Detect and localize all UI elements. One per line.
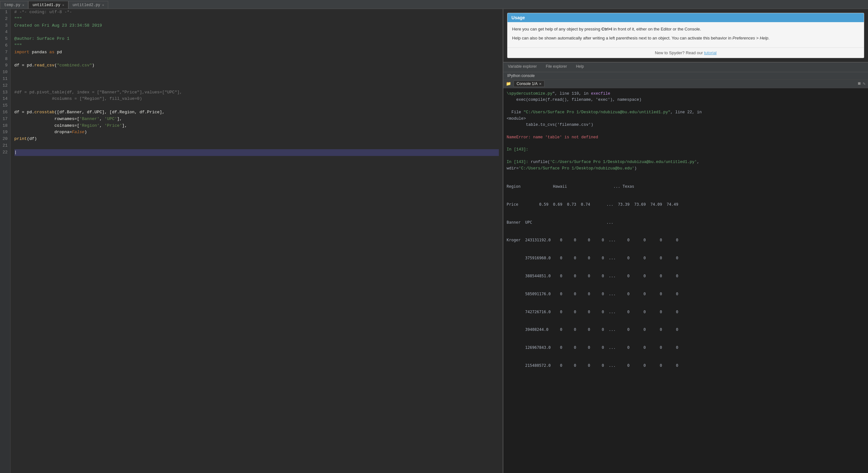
- table-row-kroger-8: 215480572.0 0 0 0 0 ... 0 0 0 0: [506, 362, 865, 369]
- usage-footer: New to Spyder? Read our tutorial: [507, 48, 864, 58]
- usage-para2: Help can also be shown automatically aft…: [512, 35, 859, 41]
- usage-title: Usage: [512, 15, 525, 20]
- code-line-19: dropna=False): [14, 129, 499, 136]
- code-line-10: [14, 69, 499, 76]
- code-line-2: """: [14, 16, 499, 23]
- tab-untitled1-py[interactable]: untitled1.py ✕: [28, 1, 68, 9]
- console-output[interactable]: \spydercustomize.py", line 110, in execf…: [503, 88, 868, 473]
- table-row-kroger-5: 742726716.0 0 0 0 0 ... 0 0 0 0: [506, 309, 865, 315]
- code-line-4: [14, 29, 499, 36]
- console-wdir-line: wdir='C:/Users/Surface Pro 1/Desktop/ndu…: [506, 165, 865, 172]
- console-stop-icon[interactable]: ■: [858, 81, 861, 87]
- console-line-6: table.to_cvs('filename.csv'): [506, 122, 865, 128]
- tab-temp-py[interactable]: temp.py ✕: [0, 1, 28, 9]
- console-error-line: NameError: name 'table' is not defined: [506, 134, 865, 140]
- console-line-9: [506, 153, 865, 159]
- table-row-kroger-1: Kroger 243131192.0 0 0 0 0 ... 0 0 0 0: [506, 237, 865, 243]
- code-line-13: #df = pd.pivot_table(df, index = ["Banne…: [14, 89, 499, 96]
- tab-label: untitled1.py: [32, 3, 60, 7]
- table-row-kroger-6: 39408244.0 0 0 0 0 ... 0 0 0 0: [506, 327, 865, 333]
- tutorial-link[interactable]: tutorial: [704, 51, 716, 55]
- usage-header: Usage: [507, 13, 864, 22]
- tab-close-icon[interactable]: ✕: [62, 3, 64, 7]
- usage-box: Usage Here you can get help of any objec…: [507, 13, 864, 58]
- code-line-1: # -*- coding: utf-8 -*-: [14, 9, 499, 16]
- console-tab-close-icon[interactable]: ✕: [539, 82, 541, 86]
- console-line-4: File "C:/Users/Surface Pro 1/Desktop/ndu…: [506, 109, 865, 116]
- code-line-17: rownames=['Banner', 'UPC'],: [14, 116, 499, 123]
- code-line-14: #columns = ["Region"], fill_value=0): [14, 96, 499, 102]
- tab-label: untitled2.py: [72, 3, 100, 7]
- console-line-5: <module>: [506, 116, 865, 122]
- tab-variable-explorer[interactable]: Variable explorer: [503, 63, 541, 72]
- code-area: 1234 5678 9101112 13141516 17181920 2122…: [0, 9, 503, 473]
- console-line-2: exec(compile(f.read(), filename, 'exec')…: [506, 97, 865, 103]
- main-layout: 1234 5678 9101112 13141516 17181920 2122…: [0, 9, 868, 473]
- tab-close-icon[interactable]: ✕: [22, 3, 24, 7]
- table-row-kroger-4: 585091176.0 0 0 0 0 ... 0 0 0 0: [506, 291, 865, 297]
- console-1a-tab[interactable]: Console 1/A ✕: [514, 81, 544, 87]
- table-row-header1: Region Hawaii ... Texas: [506, 184, 865, 190]
- code-content[interactable]: # -*- coding: utf-8 -*- """ Created on F…: [10, 9, 503, 473]
- table-row-kroger-7: 126967843.0 0 0 0 0 ... 0 0 0 0: [506, 345, 865, 351]
- tab-label: temp.py: [4, 3, 20, 7]
- code-line-16: df = pd.crosstab([df.Banner, df.UPC], [d…: [14, 109, 499, 116]
- code-line-9: df = pd.read_csv("combined.csv"): [14, 62, 499, 69]
- code-line-18: colnames=['Region', 'Price'],: [14, 123, 499, 129]
- console-folder-icon: 📁: [506, 81, 511, 86]
- tab-help[interactable]: Help: [571, 63, 588, 72]
- line-numbers: 1234 5678 9101112 13141516 17181920 2122: [0, 9, 10, 473]
- console-line-8: [506, 140, 865, 147]
- console-section: Variable explorer File explorer Help IPy…: [503, 62, 868, 473]
- code-line-6: """: [14, 42, 499, 49]
- console-line-1: \spydercustomize.py", line 110, in execf…: [506, 91, 865, 97]
- tab-close-icon[interactable]: ✕: [102, 3, 104, 7]
- panel-tabs: Variable explorer File explorer Help: [503, 63, 868, 72]
- console-line-3: [506, 103, 865, 109]
- code-line-20: print(df): [14, 136, 499, 143]
- console-prompt-143: In [143]:: [506, 147, 865, 153]
- console-icons: ■ ✎: [858, 81, 865, 87]
- code-line-11: [14, 76, 499, 83]
- table-row-kroger-3: 388544851.0 0 0 0 0 ... 0 0 0 0: [506, 273, 865, 279]
- editor-tab-bar: temp.py ✕ untitled1.py ✕ untitled2.py ✕: [0, 0, 868, 9]
- console-label: IPython console: [503, 72, 868, 80]
- editor-panel: 1234 5678 9101112 13141516 17181920 2122…: [0, 9, 503, 473]
- console-runfile-line: In [143]: runfile('C:/Users/Surface Pro …: [506, 159, 865, 165]
- console-table: Region Hawaii ... Texas Price 0.59 0.69 …: [506, 172, 865, 381]
- code-line-3: Created on Fri Aug 23 23:34:58 2019: [14, 23, 499, 29]
- usage-para1: Here you can get help of any object by p…: [512, 26, 859, 32]
- console-edit-icon[interactable]: ✎: [863, 81, 865, 87]
- code-line-22: |: [14, 149, 499, 156]
- code-line-12: [14, 83, 499, 89]
- right-panel: Usage Here you can get help of any objec…: [503, 9, 868, 473]
- code-line-8: [14, 56, 499, 63]
- table-row-header3: Banner UPC ...: [506, 220, 865, 226]
- help-area: Usage Here you can get help of any objec…: [503, 9, 868, 62]
- usage-body: Here you can get help of any object by p…: [507, 22, 864, 48]
- table-row-kroger-2: 375916960.0 0 0 0 0 ... 0 0 0 0: [506, 255, 865, 261]
- console-line-7: [506, 128, 865, 134]
- console-tab-row: 📁 Console 1/A ✕ ■ ✎: [503, 80, 868, 88]
- code-line-5: @author: Surface Pro 1: [14, 36, 499, 42]
- tab-untitled2-py[interactable]: untitled2.py ✕: [68, 1, 108, 9]
- table-row-header2: Price 0.59 0.69 0.73 0.74 ... 73.39 73.6…: [506, 201, 865, 208]
- tab-file-explorer[interactable]: File explorer: [541, 63, 571, 72]
- code-line-7: import pandas as pd: [14, 49, 499, 56]
- code-line-21: [14, 143, 499, 149]
- code-line-15: [14, 102, 499, 109]
